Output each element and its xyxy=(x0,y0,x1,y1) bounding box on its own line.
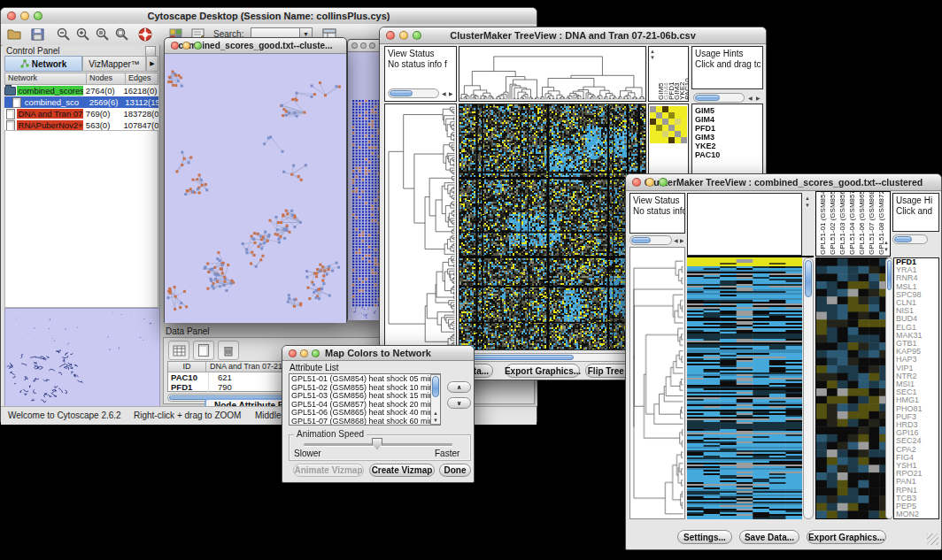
gene-list-vscrollbar[interactable] xyxy=(885,257,893,519)
network-row-combined-scores[interactable]: combined_scores 2764(0) 16218(0) xyxy=(4,85,158,96)
treeview2-titlebar[interactable]: ClusterMaker TreeView : combined_scores_… xyxy=(626,174,941,191)
scroll-down-icon[interactable]: ▼ xyxy=(805,203,810,208)
scroll-up-icon[interactable]: ▲ xyxy=(433,410,438,416)
matrix-cell xyxy=(656,125,662,131)
minimize-button[interactable] xyxy=(645,178,654,187)
scroll-down-icon[interactable]: ▼ xyxy=(884,247,889,252)
main-titlebar[interactable]: Cytoscape Desktop (Session Name: collins… xyxy=(1,8,537,25)
treeview1-export-graphics-button[interactable]: Export Graphics... xyxy=(506,364,580,378)
scroll-up-icon[interactable]: ▲ xyxy=(805,196,810,201)
treeview2-heatmap[interactable] xyxy=(687,257,802,519)
treeview2-row-dendrogram[interactable] xyxy=(629,247,685,519)
view-status-hscrollbar[interactable] xyxy=(388,88,439,98)
help-lifesaver-icon[interactable] xyxy=(135,26,155,43)
close-button[interactable] xyxy=(7,12,16,20)
open-file-button[interactable] xyxy=(4,26,24,43)
minimize-button[interactable] xyxy=(360,42,367,49)
treeview2-vscrollbar[interactable] xyxy=(803,257,814,519)
close-button[interactable] xyxy=(351,42,358,49)
done-button[interactable]: Done xyxy=(439,464,471,477)
resize-grip[interactable] xyxy=(927,533,938,545)
scroll-right-icon[interactable]: ▶ xyxy=(449,91,453,96)
treeview1-heatmap[interactable] xyxy=(459,104,646,350)
close-button[interactable] xyxy=(289,349,297,357)
scroll-right-icon[interactable]: ▶ xyxy=(756,96,761,101)
scroll-thumb[interactable] xyxy=(390,90,413,96)
scroll-up-icon[interactable]: ▲ xyxy=(650,49,655,54)
save-button[interactable] xyxy=(27,26,47,43)
dialog-title: Map Colors to Network xyxy=(325,348,431,358)
matrix-cell xyxy=(668,112,675,119)
close-button[interactable] xyxy=(386,31,395,40)
close-button[interactable] xyxy=(171,42,179,50)
attribute-select-icon[interactable] xyxy=(168,341,189,360)
zoom-out-icon[interactable] xyxy=(54,26,73,43)
treeview1-row-dendrogram[interactable] xyxy=(384,104,457,350)
new-attribute-icon[interactable] xyxy=(193,341,214,360)
col-edges[interactable]: Edges xyxy=(126,73,158,84)
col-nodes[interactable]: Nodes xyxy=(87,73,126,84)
usage-hints-text: Click and xyxy=(893,206,938,217)
gene-label[interactable]: MON2 xyxy=(894,510,938,518)
usage-hints-hscrollbar[interactable] xyxy=(892,234,928,244)
scroll-up-icon[interactable]: ▲ xyxy=(884,240,889,245)
zoom-button[interactable] xyxy=(34,12,42,20)
col-network[interactable]: Network xyxy=(5,73,87,84)
scroll-thumb[interactable] xyxy=(695,95,720,101)
zoom-button[interactable] xyxy=(413,31,421,40)
grid-network-canvas[interactable] xyxy=(348,52,383,320)
attribute-list-vscrollbar[interactable]: ▲ ▼ xyxy=(430,374,441,425)
scroll-thumb[interactable] xyxy=(432,376,439,397)
scroll-thumb[interactable] xyxy=(894,236,912,242)
move-down-button[interactable]: ∨ xyxy=(447,397,471,409)
zoom-button[interactable] xyxy=(659,178,668,187)
network-overview-canvas[interactable] xyxy=(4,308,160,407)
zoom-selected-icon[interactable] xyxy=(93,26,112,43)
tab-vizmapper[interactable]: VizMapper™ xyxy=(82,56,146,72)
scroll-down-icon[interactable]: ▼ xyxy=(650,55,655,60)
tab-overflow-button[interactable]: ▶ xyxy=(146,56,158,72)
usage-hints-hscrollbar[interactable] xyxy=(693,93,745,103)
zoom-button[interactable] xyxy=(369,42,375,49)
network-view-titlebar[interactable]: combined_scores_good.txt--cluste... xyxy=(165,38,346,54)
treeview2-settings-button[interactable]: Settings... xyxy=(677,530,732,544)
close-button[interactable] xyxy=(632,178,641,187)
minimize-button[interactable] xyxy=(300,349,308,357)
scroll-right-icon[interactable]: ▶ xyxy=(680,238,684,243)
scroll-thumb[interactable] xyxy=(887,260,892,290)
treeview2-save-data-button[interactable]: Save Data... xyxy=(739,530,799,544)
scroll-left-icon[interactable]: ◀ xyxy=(442,91,446,96)
zoom-button[interactable] xyxy=(312,349,320,357)
scroll-thumb[interactable] xyxy=(460,355,574,360)
scroll-thumb[interactable] xyxy=(631,237,651,243)
move-up-button[interactable]: ∧ xyxy=(447,381,471,393)
dialog-titlebar[interactable]: Map Colors to Network xyxy=(282,346,474,361)
minimize-button[interactable] xyxy=(20,12,29,20)
treeview2-cluster-heatmap[interactable] xyxy=(816,258,890,518)
treeview2-export-graphics-button[interactable]: Export Graphics... xyxy=(807,530,886,544)
scroll-left-icon[interactable]: ◀ xyxy=(674,238,678,243)
minimize-button[interactable] xyxy=(399,31,408,40)
background-window-titlebar[interactable] xyxy=(348,40,383,52)
minimize-button[interactable] xyxy=(182,42,190,50)
similarity-matrix[interactable] xyxy=(650,106,687,143)
network-row-selected[interactable]: combined_sco 2569(6) 13112(15) xyxy=(4,96,158,108)
attribute-list-item[interactable]: GPL51-07 (GSM868) heat shock 60 min xyxy=(290,418,429,426)
scroll-thumb[interactable] xyxy=(805,260,812,297)
tab-network[interactable]: Network xyxy=(4,56,82,72)
scroll-down-icon[interactable]: ▼ xyxy=(433,418,438,423)
delete-attribute-icon[interactable] xyxy=(218,341,239,360)
zoom-fit-icon[interactable] xyxy=(112,26,132,43)
zoom-in-icon[interactable] xyxy=(73,26,93,43)
create-vizmap-button[interactable]: Create Vizmap xyxy=(369,464,435,477)
table-col-id[interactable]: ID xyxy=(168,362,206,372)
view-status-hscrollbar[interactable] xyxy=(629,235,672,245)
network-view-canvas[interactable] xyxy=(165,54,346,323)
animate-vizmap-button[interactable]: Animate Vizmap xyxy=(293,464,364,477)
treeview1-heatmap-hscrollbar[interactable] xyxy=(459,353,646,362)
zoom-button[interactable] xyxy=(194,42,202,50)
treeview1-titlebar[interactable]: ClusterMaker TreeView : DNA and Tran 07-… xyxy=(380,27,766,44)
network-row-dna-tran[interactable]: DNA and Tran 07 769(0) 183728(0) xyxy=(4,108,158,119)
treeview1-column-dendrogram[interactable] xyxy=(459,46,646,102)
scroll-left-icon[interactable]: ◀ xyxy=(748,96,753,101)
